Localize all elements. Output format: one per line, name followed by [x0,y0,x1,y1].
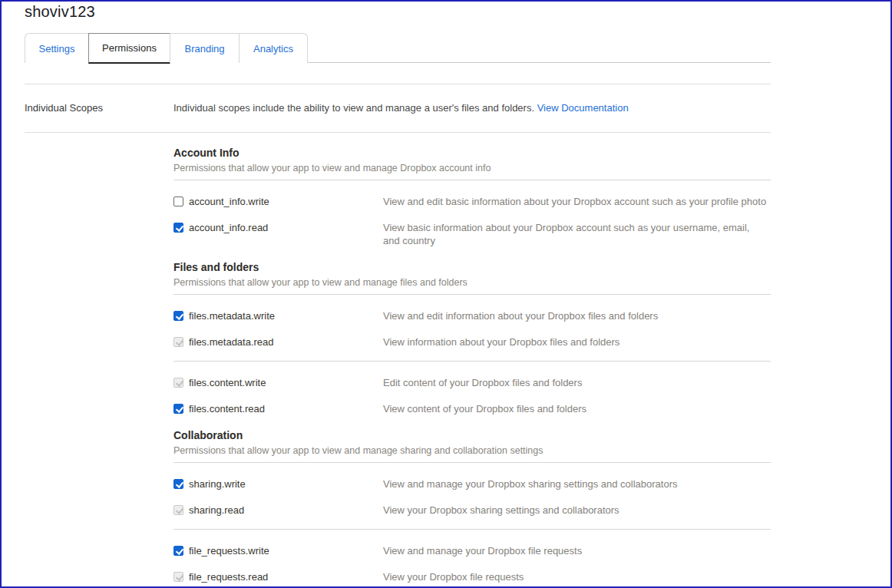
divider [173,462,771,463]
scope-row-files-content-write: files.content.write Edit content of your… [173,377,771,389]
sharing-read-checkbox[interactable] [173,505,183,515]
tab-branding[interactable]: Branding [170,33,239,63]
tab-analytics[interactable]: Analytics [239,33,308,63]
scope-row-file-requests-write: file_requests.write View and manage your… [173,545,771,557]
files-metadata-write-checkbox[interactable] [173,311,183,321]
individual-scopes-label: Individual Scopes [25,102,173,114]
scope-row-account-info-write: account_info.write View and edit basic i… [173,196,771,208]
scope-name: sharing.write [189,478,383,490]
scope-row-files-content-read: files.content.read View content of your … [173,403,771,415]
account-info-write-checkbox[interactable] [173,197,183,206]
scope-name: file_requests.read [189,571,383,583]
scope-name: files.metadata.write [189,310,383,322]
individual-scopes-description: Individual scopes include the ability to… [173,102,629,114]
scope-name: sharing.read [189,504,383,516]
app-console-page: shoviv123 Settings Permissions Branding … [2,2,794,583]
files-content-read-checkbox[interactable] [173,404,183,414]
scope-row-files-metadata-read: files.metadata.read View information abo… [173,336,771,349]
section-subtitle: Permissions that allow your app to view … [173,163,771,173]
section-title: Collaboration [173,429,771,441]
divider [173,294,771,295]
scope-name: account_info.write [189,196,383,207]
view-documentation-link[interactable]: View Documentation [537,102,629,114]
scope-description: View your Dropbox sharing settings and c… [383,504,619,517]
scope-description: Edit content of your Dropbox files and f… [383,376,582,389]
scope-row-files-metadata-write: files.metadata.write View and edit infor… [173,310,771,322]
scope-name: files.content.read [189,403,383,415]
scope-description: View information about your Dropbox file… [383,335,619,349]
divider [173,361,771,362]
scope-name: file_requests.write [189,545,383,557]
page-title: shoviv123 [25,3,794,21]
section-subtitle: Permissions that allow your app to view … [173,445,771,456]
tab-settings[interactable]: Settings [25,33,88,63]
scope-description: View basic information about your Dropbo… [383,221,767,247]
scope-name: account_info.read [189,222,383,233]
scope-row-sharing-write: sharing.write View and manage your Dropb… [173,478,771,491]
file-requests-read-checkbox[interactable] [173,572,183,582]
scope-description: View and manage your Dropbox file reques… [383,544,582,557]
section-files-and-folders: Files and folders Permissions that allow… [173,261,771,295]
individual-scopes-description-text: Individual scopes include the ability to… [173,102,537,114]
scope-description: View and manage your Dropbox sharing set… [383,477,678,491]
scope-description: View and edit information about your Dro… [383,309,658,322]
section-account-info: Account Info Permissions that allow your… [173,147,771,180]
individual-scopes-row: Individual Scopes Individual scopes incl… [25,84,771,132]
section-title: Account Info [173,147,771,159]
divider [25,132,771,133]
sharing-write-checkbox[interactable] [173,479,183,489]
section-collaboration: Collaboration Permissions that allow you… [173,429,771,463]
divider [173,180,771,180]
file-requests-write-checkbox[interactable] [173,546,183,556]
tab-permissions[interactable]: Permissions [88,33,170,64]
scope-description: View content of your Dropbox files and f… [383,402,586,415]
files-metadata-read-checkbox[interactable] [173,337,183,347]
section-subtitle: Permissions that allow your app to view … [173,277,771,288]
section-title: Files and folders [173,261,771,273]
scope-row-account-info-read: account_info.read View basic information… [173,222,771,247]
permissions-column: Account Info Permissions that allow your… [173,147,771,583]
files-content-write-checkbox[interactable] [173,378,183,388]
scope-row-file-requests-read: file_requests.read View your Dropbox fil… [173,571,771,583]
scope-description: View your Dropbox file requests [383,570,524,583]
scope-name: files.content.write [189,377,383,388]
scope-row-sharing-read: sharing.read View your Dropbox sharing s… [173,504,771,517]
scope-description: View and edit basic information about yo… [383,195,766,208]
divider [173,529,771,530]
scope-name: files.metadata.read [189,336,383,348]
tab-bar: Settings Permissions Branding Analytics [25,33,771,63]
account-info-read-checkbox[interactable] [173,223,183,233]
